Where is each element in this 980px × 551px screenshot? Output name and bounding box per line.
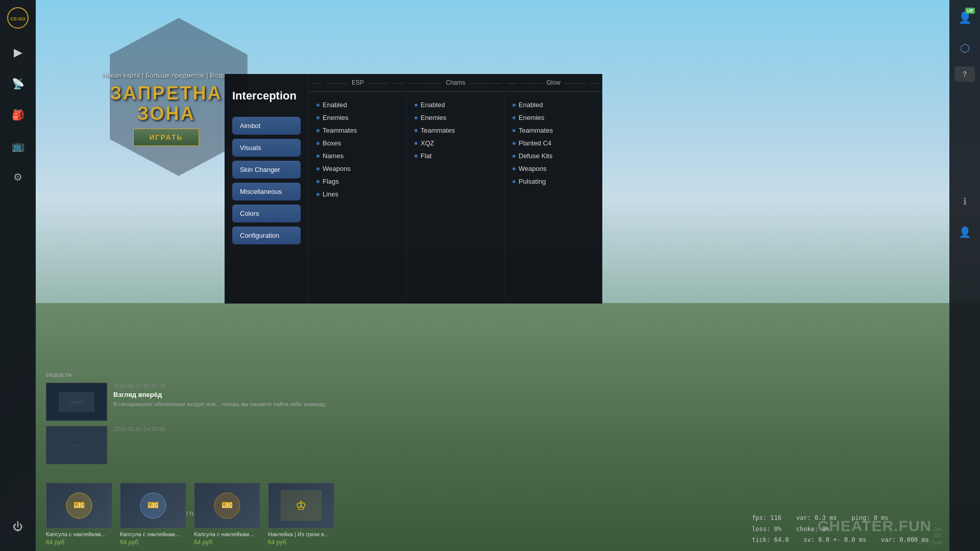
nav-configuration[interactable]: Configuration [232,227,301,244]
user2-button[interactable]: 👤 [952,219,977,245]
product-2[interactable]: 🎫 Капсула с наклейкам... 64 руб [120,483,186,546]
esp-enemies[interactable]: Enemies [316,111,399,124]
watermark-sub2: .0/s [933,532,942,538]
esp-teammates[interactable]: Teammates [316,124,399,137]
glow-header-dashes-left: ———— [522,80,542,86]
news-date-1: 2019-05-15 01:52:18 [113,383,337,389]
news-desc-1: В сегодняшнее обновление входят нов... т… [113,400,337,408]
chams-flat[interactable]: Flat [414,149,497,162]
info-button[interactable]: ℹ [952,189,977,214]
right-sidebar: 👤 UE ⬡ ? ℹ 👤 [949,0,980,551]
dot-icon [414,129,418,132]
dot-icon [512,129,516,132]
cheat-menu-title: Interception [232,89,301,103]
glow-enemies[interactable]: Enemies [512,111,595,124]
glow-teammates[interactable]: Teammates [512,124,595,137]
news-title-1: Взгляд вперёд [113,391,337,398]
col-header-esp: ———— ESP ———— [309,74,407,91]
watermark-sub1: .0/s [933,526,942,532]
choke-label: choke: [796,525,818,533]
product-1[interactable]: 🎫 Капсула с наклейкам... 64 руб [46,483,112,546]
map-title-line1: ЗАПРЕТНА [102,83,230,104]
nav-miscellaneous[interactable]: Miscellaneous [232,183,301,201]
dot-icon [414,104,418,107]
product-img-3: 🎫 [194,483,260,529]
news-thumb-1: NEWS [46,383,107,421]
sidebar-tv-button[interactable]: 📺 [5,133,31,159]
glow-enabled[interactable]: Enabled [512,98,595,111]
esp-weapons[interactable]: Weapons [316,162,399,175]
esp-flags[interactable]: Flags [316,175,399,188]
sidebar-antenna-button[interactable]: 📡 [5,71,31,96]
column-headers: ———— ESP ———— ———— Chams ———— ———— Glow … [309,74,602,92]
dot-icon [512,167,516,170]
sidebar-briefcase-button[interactable]: 🎒 [5,102,31,128]
news-item-2[interactable]: IMAGE 2019-05-01 04:35:55 [46,426,337,464]
nav-skin-changer[interactable]: Skin Changer [232,161,301,179]
esp-column: Enabled Enemies Teammates Boxes Names [309,94,407,301]
dot-icon [316,116,320,119]
news-section-label: Новости [46,371,337,379]
var2-label: var: [881,536,896,543]
ping-value: 0 ms [874,514,889,521]
product-price-3: 64 руб [194,539,260,546]
rank-button[interactable]: ⬡ [952,36,977,61]
esp-boxes[interactable]: Boxes [316,137,399,149]
news-thumb-2: IMAGE [46,426,107,464]
nav-visuals[interactable]: Visuals [232,139,301,157]
stats-overlay: fps: 116 var: 0.3 ms ping: 0 ms loss: 0%… [752,513,929,546]
glow-column: Enabled Enemies Teammates Planted C4 Def… [505,94,602,301]
settings-icon: ⚙ [13,171,22,183]
product-name-2: Капсула с наклейкам... [120,531,186,538]
map-text-area: Новая карта | Больше предметов | Возр...… [102,71,230,146]
profile-button[interactable]: 👤 UE [952,5,977,31]
help-button[interactable]: ? [954,66,975,82]
esp-names[interactable]: Names [316,149,399,162]
sidebar-settings-button[interactable]: ⚙ [5,164,31,190]
product-price-1: 64 руб [46,539,112,546]
svg-text:🎫: 🎫 [222,499,233,511]
news-item-1[interactable]: NEWS 2019-05-15 01:52:18 Взгляд вперёд В… [46,383,337,421]
info-icon: ℹ [963,196,967,207]
esp-header-dashes-left: ———— [327,80,348,86]
product-name-3: Капсула с наклейкам... [194,531,260,538]
tick-label: tick: [752,536,770,543]
question-icon: ? [963,70,967,78]
rank-icon: ⬡ [960,42,970,55]
product-3[interactable]: 🎫 Капсула с наклейкам... 64 руб [194,483,260,546]
esp-enabled[interactable]: Enabled [316,98,399,111]
svg-text:🎫: 🎫 [74,499,85,511]
cheat-nav: Interception Aimbot Visuals Skin Changer… [225,74,309,304]
ue-badge: UE [965,8,975,14]
chams-enabled[interactable]: Enabled [414,98,497,111]
chams-enemies[interactable]: Enemies [414,111,497,124]
esp-header-dashes-right: ———— [368,80,388,86]
glow-planted-c4[interactable]: Planted C4 [512,137,595,149]
stats-line2: loss: 0% choke: 0% [752,524,929,535]
cheat-menu: Interception Aimbot Visuals Skin Changer… [225,74,602,304]
dot-icon [316,155,320,158]
col-header-glow: ———— Glow ———— [504,74,602,91]
product-img-4: ♔ [268,483,334,529]
chams-teammates[interactable]: Teammates [414,124,497,137]
dot-icon [316,193,320,196]
left-sidebar: CS:GO ▶ 📡 🎒 📺 ⚙ ⏻ [0,0,36,551]
sidebar-power-button[interactable]: ⏻ [5,514,31,539]
choke-value: 0% [822,525,829,533]
play-map-button[interactable]: ИГРАТЬ [133,129,199,146]
var-value: 0.3 ms [815,514,837,521]
dot-icon [316,129,320,132]
glow-weapons[interactable]: Weapons [512,162,595,175]
products-row: 🎫 Капсула с наклейкам... 64 руб 🎫 Капсул… [46,483,334,551]
tv-icon: 📺 [12,140,24,152]
esp-lines[interactable]: Lines [316,188,399,201]
nav-aimbot[interactable]: Aimbot [232,117,301,135]
glow-pulsating[interactable]: Pulsating [512,175,595,188]
fps-label: fps: [752,514,767,521]
dot-icon [512,180,516,183]
glow-defuse-kits[interactable]: Defuse Kits [512,149,595,162]
chams-xqz[interactable]: XQZ [414,137,497,149]
nav-colors[interactable]: Colors [232,205,301,222]
sidebar-play-button[interactable]: ▶ [5,40,31,65]
product-4[interactable]: ♔ Наклейка | Из грязи в... 64 руб [268,483,334,546]
